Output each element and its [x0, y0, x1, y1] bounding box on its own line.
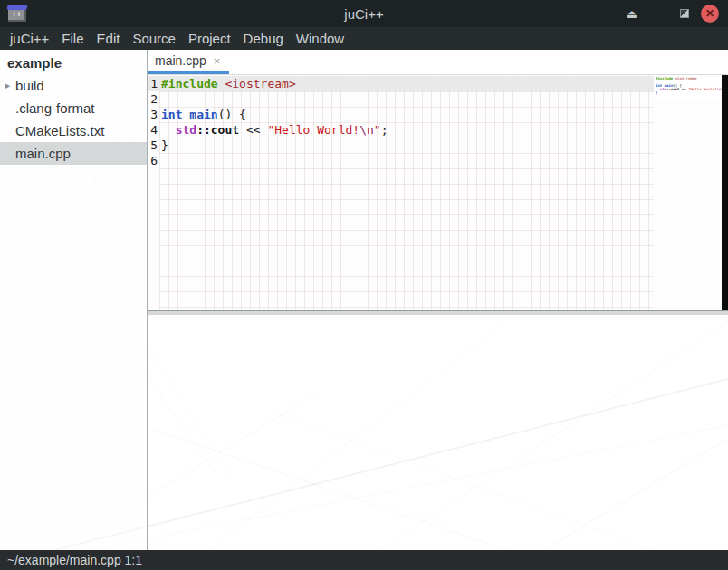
maximize-icon[interactable]	[680, 9, 689, 18]
tree-item-label: .clang-format	[15, 100, 95, 116]
menu-window[interactable]: Window	[290, 27, 350, 50]
code-line-5: 5}	[148, 138, 728, 153]
menu-edit[interactable]: Edit	[91, 27, 127, 50]
code-token: std	[660, 88, 666, 91]
code-token: cout	[211, 122, 239, 138]
code-token	[218, 76, 225, 91]
code-token: int	[161, 107, 182, 122]
line-number: 1	[148, 76, 158, 91]
line-number: 2	[148, 91, 158, 107]
code-token: }	[161, 138, 168, 153]
tab-bar: main.cpp ×	[148, 50, 728, 75]
file-tree-sidebar: example ▸build.clang-formatCMakeLists.tx…	[0, 50, 148, 550]
code-line-2: 2	[148, 91, 728, 107]
tab-label: main.cpp	[155, 53, 206, 68]
line-number: 6	[148, 153, 158, 168]
minimize-button[interactable]: −	[652, 7, 668, 21]
close-button[interactable]: ✕	[701, 5, 719, 23]
window-controls: ⏏ − ✕	[624, 5, 728, 23]
line-number: 5	[148, 138, 158, 153]
code-token: "	[374, 122, 381, 138]
code-token: <iostream>	[675, 77, 697, 81]
code-lines: 1#include <iostream>23int main() {4 std:…	[148, 76, 728, 168]
code-token	[161, 122, 176, 138]
line-number: 4	[148, 122, 158, 138]
tree-item-label: build	[15, 78, 44, 93]
tree-item-label: main.cpp	[15, 146, 71, 161]
window-title: juCi++	[0, 6, 728, 22]
tree-item-main-cpp[interactable]: main.cpp	[0, 142, 147, 165]
code-line-3: 3int main() {	[148, 107, 728, 122]
main-column: main.cpp × 1#include <iostream>23int mai…	[148, 50, 728, 550]
code-line-1: 1#include <iostream>	[148, 76, 728, 91]
tree-item--clang-format[interactable]: .clang-format	[0, 97, 147, 119]
status-bar: ~/example/main.cpp 1:1	[0, 550, 728, 570]
tree-item-cmakelists-txt[interactable]: CMakeLists.txt	[0, 119, 147, 142]
menu-file[interactable]: File	[55, 27, 90, 50]
code-token: #include	[656, 77, 673, 81]
code-token: ;	[381, 122, 388, 138]
code-token: main	[189, 107, 217, 122]
shade-button[interactable]: ⏏	[624, 7, 640, 21]
menu-project[interactable]: Project	[182, 27, 237, 50]
code-token: }	[656, 91, 657, 95]
terminal-panel[interactable]	[148, 315, 728, 550]
code-token: <iostream>	[225, 76, 295, 91]
menu-debug[interactable]: Debug	[237, 27, 290, 50]
content-area: example ▸build.clang-formatCMakeLists.tx…	[0, 50, 728, 550]
menu-juci[interactable]: juCi++	[4, 27, 55, 50]
code-token: ::	[196, 122, 211, 138]
status-file-position: ~/example/main.cpp 1:1	[7, 553, 142, 567]
code-token: std	[176, 122, 196, 138]
code-line-6	[656, 95, 719, 99]
tree-item-build[interactable]: ▸build	[0, 74, 147, 97]
code-token: "Hello World!	[688, 88, 716, 91]
file-tree: ▸build.clang-formatCMakeLists.txtmain.cp…	[0, 74, 147, 165]
title-bar[interactable]: ++ juCi++ ⏏ − ✕	[0, 0, 728, 27]
code-line-4: 4 std::cout << "Hello World!\n";	[148, 122, 728, 138]
code-token: () {	[218, 107, 246, 122]
line-number: 3	[148, 107, 158, 122]
code-token: "Hello World!	[267, 122, 359, 138]
menu-source[interactable]: Source	[126, 27, 182, 50]
app-icon-badge: ++	[12, 9, 22, 20]
project-name: example	[0, 50, 147, 74]
code-line-6: 6	[148, 153, 728, 168]
code-token: \n	[359, 122, 374, 138]
tree-item-label: CMakeLists.txt	[15, 123, 104, 138]
code-line-4: std::cout << "Hello World!\n";	[656, 88, 719, 91]
menu-bar: juCi++FileEditSourceProjectDebugWindow	[0, 27, 728, 50]
app-icon: ++	[8, 6, 26, 22]
code-token: <<	[239, 122, 267, 138]
tab-main-cpp[interactable]: main.cpp ×	[148, 50, 229, 74]
minimap[interactable]: #include <iostream>int main() { std::cou…	[656, 77, 719, 99]
code-token: cout	[671, 88, 680, 91]
app-window: ++ juCi++ ⏏ − ✕ juCi++FileEditSourceProj…	[0, 0, 728, 570]
code-editor[interactable]: 1#include <iostream>23int main() {4 std:…	[148, 75, 728, 310]
code-token	[182, 107, 189, 122]
tab-close-icon[interactable]: ×	[214, 54, 221, 68]
expander-icon[interactable]: ▸	[0, 80, 15, 91]
code-token: #include	[161, 76, 218, 91]
editor-scrollbar[interactable]	[722, 75, 728, 310]
code-token: <<	[680, 88, 689, 91]
